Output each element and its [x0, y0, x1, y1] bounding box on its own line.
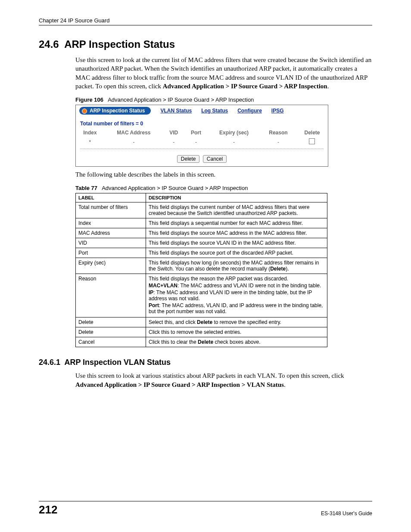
cell-mac: - [104, 137, 163, 147]
subsection-body-bold: Advanced Application > IP Source Guard >… [75, 381, 284, 388]
desc-text: Select this, and click Delete to remove … [146, 317, 327, 327]
table-row: Expiry (sec) This field displays how lon… [76, 258, 327, 274]
desc-label: Expiry (sec) [76, 258, 146, 274]
table-row: MAC Address This field displays the sour… [76, 228, 327, 238]
desc-bold: Delete [270, 266, 286, 272]
col-vid: VID [163, 128, 184, 137]
col-delete: Delete [296, 128, 328, 137]
figure-caption-text: Advanced Application > IP Source Guard >… [108, 96, 254, 103]
desc-bold: Delete [198, 339, 213, 345]
reason-port-b: Port [149, 302, 159, 308]
page-number: 212 [39, 503, 57, 516]
table-caption: Table 77 Advanced Application > IP Sourc… [75, 185, 372, 191]
section-intro: Use this screen to look at the current l… [75, 56, 372, 90]
col-mac: MAC Address [104, 128, 163, 137]
delete-button[interactable]: Delete [177, 155, 200, 163]
desc-part: Click this to clear the [149, 339, 198, 345]
section-intro-path: Advanced Application > IP Source Guard >… [163, 83, 327, 90]
filters-table: Index MAC Address VID Port Expiry (sec) … [76, 128, 328, 147]
table-row: Index This field displays a sequential n… [76, 218, 327, 228]
reason-port-t: : The MAC address, VLAN ID, and IP addre… [149, 302, 323, 314]
col-expiry: Expiry (sec) [208, 128, 260, 137]
table-row: Total number of filters This field displ… [76, 202, 327, 218]
desc-text: This field displays a sequential number … [146, 218, 327, 228]
cell-reason: - [260, 137, 296, 147]
tab-log-status[interactable]: Log Status [201, 108, 228, 114]
tab-vlan-status[interactable]: VLAN Status [160, 108, 192, 114]
tab-configure[interactable]: Configure [237, 108, 262, 114]
section-intro-end: . [327, 83, 329, 90]
table-row: Delete Click this to remove the selected… [76, 327, 327, 337]
section-number: 24.6 [39, 38, 59, 50]
table-row: Port This field displays the source port… [76, 248, 327, 258]
desc-text: Click this to remove the selected entrie… [146, 327, 327, 337]
arp-inspection-screenshot: ARP Inspection Status VLAN Status Log St… [75, 105, 328, 167]
table-row: Cancel Click this to clear the Delete ch… [76, 337, 327, 347]
subsection-title: ARP Inspection VLAN Status [64, 358, 171, 367]
desc-text: This field displays how long (in seconds… [146, 258, 327, 274]
reason-ip-t: : The MAC address and VLAN ID were in th… [149, 289, 312, 302]
table-row: Delete Select this, and click Delete to … [76, 317, 327, 327]
desc-text: This field displays the reason the ARP p… [146, 274, 327, 317]
section-title: ARP Inspection Status [64, 38, 175, 50]
col-port: Port [184, 128, 208, 137]
page-footer: 212 ES-3148 User's Guide [39, 501, 372, 516]
guide-name: ES-3148 User's Guide [321, 510, 372, 516]
table-caption-text: Advanced Application > IP Source Guard >… [102, 185, 248, 191]
delete-checkbox[interactable] [309, 138, 315, 144]
desc-label: Cancel [76, 337, 146, 347]
description-table: LABEL DESCRIPTION Total number of filter… [75, 193, 327, 347]
col-description: DESCRIPTION [146, 193, 327, 202]
desc-label: VID [76, 238, 146, 248]
desc-text: This field displays the current number o… [146, 202, 327, 218]
table-row: VID This field displays the source VLAN … [76, 238, 327, 248]
button-row: Delete Cancel [76, 152, 328, 166]
desc-text: This field displays the source port of t… [146, 248, 327, 258]
desc-part: This field displays how long (in seconds… [149, 260, 319, 272]
subsection-body: Use this screen to look at various stati… [75, 371, 372, 389]
cell-delete [296, 137, 328, 147]
desc-label: Reason [76, 274, 146, 317]
description-table-header: LABEL DESCRIPTION [76, 193, 327, 202]
cell-port: - [184, 137, 208, 147]
desc-label: Port [76, 248, 146, 258]
reason-macvlan-t: : The MAC address and VLAN ID were not i… [177, 283, 321, 289]
table-intro: The following table describes the labels… [75, 170, 372, 179]
subsection-heading: 24.6.1 ARP Inspection VLAN Status [39, 358, 372, 367]
filters-table-header: Index MAC Address VID Port Expiry (sec) … [76, 128, 328, 137]
desc-label: MAC Address [76, 228, 146, 238]
desc-text: This field displays the source MAC addre… [146, 228, 327, 238]
cell-index: * [76, 137, 104, 147]
table-row: * - - - - - [76, 137, 328, 147]
figure-caption: Figure 106 Advanced Application > IP Sou… [75, 96, 372, 103]
section-heading: 24.6 ARP Inspection Status [39, 38, 372, 50]
cell-expiry: - [208, 137, 260, 147]
col-index: Index [76, 128, 104, 137]
tab-arp-inspection-status[interactable]: ARP Inspection Status [79, 107, 151, 115]
table-label: Table 77 [75, 185, 97, 191]
desc-part: check boxes above. [213, 339, 260, 345]
cancel-button[interactable]: Cancel [203, 155, 227, 163]
col-reason: Reason [260, 128, 296, 137]
desc-label: Index [76, 218, 146, 228]
subsection-number: 24.6.1 [39, 358, 60, 367]
desc-label: Total number of filters [76, 202, 146, 218]
reason-intro: This field displays the reason the ARP p… [149, 276, 324, 282]
tab-row: ARP Inspection Status VLAN Status Log St… [76, 105, 328, 116]
desc-bold: Delete [197, 319, 212, 325]
desc-label: Delete [76, 317, 146, 327]
desc-part: ). [286, 266, 289, 272]
desc-text: Click this to clear the Delete check box… [146, 337, 327, 347]
separator [80, 149, 324, 149]
desc-part: Select this, and click [149, 319, 197, 325]
subsection-body-pre: Use this screen to look at various stati… [75, 372, 344, 379]
reason-macvlan-b: MAC+VLAN [149, 283, 177, 289]
chapter-header: Chapter 24 IP Source Guard [39, 17, 372, 25]
desc-label: Delete [76, 327, 146, 337]
col-label: LABEL [76, 193, 146, 202]
desc-part: to remove the specified entry. [212, 319, 281, 325]
desc-text: This field displays the source VLAN ID i… [146, 238, 327, 248]
subsection-body-end: . [284, 381, 286, 388]
total-filters-line: Total number of filters = 0 [80, 121, 328, 127]
tab-ipsg[interactable]: IPSG [271, 108, 284, 114]
